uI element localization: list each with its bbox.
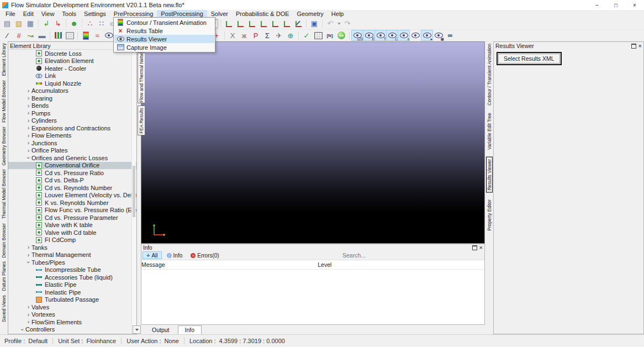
eye-temperatures[interactable]: T <box>375 30 386 40</box>
tree-expander-icon[interactable] <box>25 110 31 116</box>
tree-expander-icon[interactable] <box>25 312 31 318</box>
tree-expander-icon[interactable] <box>25 252 31 258</box>
tree-item[interactable]: Incompressible Tube <box>8 266 136 274</box>
eye-all[interactable] <box>410 30 421 40</box>
tree-item[interactable]: Accumulators <box>8 87 136 95</box>
tree-expander-icon[interactable] <box>25 103 31 109</box>
tree-item[interactable]: Flow Func vs. Pressure Ratio (Ejector Ar… <box>8 207 136 214</box>
scatter-nodes[interactable]: ∴ <box>85 19 96 29</box>
view-xy[interactable] <box>258 19 269 29</box>
menubar-item[interactable]: PostProcessing <box>157 10 207 18</box>
tree-item[interactable]: Tanks <box>8 244 136 251</box>
viewport-tab-fea-results[interactable]: FEA Results <box>138 106 145 135</box>
left-panel-tab[interactable]: Geometry Browser <box>1 127 7 166</box>
left-panel-tab[interactable]: Element Library <box>1 43 7 76</box>
info-search-input[interactable] <box>341 251 410 259</box>
import-model[interactable]: ↲ <box>41 19 52 29</box>
tree-expander-icon[interactable] <box>25 95 31 101</box>
show-results-eye[interactable] <box>103 30 114 40</box>
tree-item[interactable]: Tubes/Pipes <box>8 259 136 266</box>
menubar-item[interactable]: Settings <box>80 10 110 18</box>
search-binoculars[interactable]: ∞ <box>445 30 456 40</box>
info-column-header[interactable]: Level <box>165 260 484 269</box>
link-element[interactable]: ∕ <box>2 30 13 40</box>
dock-tab[interactable]: Info <box>178 325 202 334</box>
chart-results[interactable] <box>52 30 64 40</box>
contour-legend[interactable] <box>80 30 91 40</box>
float-panel-icon[interactable] <box>472 245 477 250</box>
eye-elevations[interactable]: E <box>363 30 374 40</box>
info-filter-chip[interactable]: Errors(0) <box>187 251 222 259</box>
undo-history[interactable] <box>336 19 341 29</box>
export-model[interactable]: ↳ <box>52 19 64 29</box>
menubar-item[interactable]: File <box>2 10 19 18</box>
menubar-item[interactable]: Probabilistic & DOE <box>232 10 293 18</box>
tree-expander-icon[interactable] <box>19 327 25 333</box>
tree-expander-icon[interactable] <box>25 140 31 146</box>
tree-item[interactable]: Elevation Element <box>8 57 136 65</box>
redo[interactable]: ↷ <box>342 19 353 29</box>
menubar-item[interactable]: Help <box>328 10 348 18</box>
tree-item[interactable]: Pumps <box>8 109 136 117</box>
node-numbering[interactable]: # <box>13 30 24 40</box>
maximize-button[interactable]: □ <box>606 0 625 10</box>
info-filter-chip[interactable]: All <box>142 251 162 259</box>
tube-element[interactable]: ▬ <box>36 30 47 40</box>
tree-scrollbar-thumb[interactable] <box>133 166 135 217</box>
tree-item[interactable]: Thermal Management <box>8 251 136 259</box>
view-zy[interactable] <box>281 19 292 29</box>
tree-expander-icon[interactable] <box>25 259 31 265</box>
view-xz[interactable] <box>270 19 281 29</box>
close-panel-icon[interactable]: × <box>479 245 483 251</box>
property-calculator[interactable] <box>313 30 324 40</box>
tree-expander-icon[interactable] <box>25 125 31 131</box>
tree-item[interactable]: Valve with Cd table <box>8 229 136 236</box>
close-button[interactable]: × <box>625 0 644 10</box>
info-filter-chip[interactable]: Info <box>163 251 186 259</box>
view-iso[interactable] <box>293 19 304 29</box>
tree-scrollbar[interactable] <box>131 50 136 333</box>
probe-tool[interactable]: ⊕ <box>285 30 296 40</box>
aircraft-engine-mode[interactable]: ✈ <box>273 30 284 40</box>
menubar-item[interactable]: Edit <box>19 10 38 18</box>
tree-expander-icon[interactable] <box>25 155 31 161</box>
menubar-item[interactable]: PreProcessing <box>110 10 157 18</box>
float-panel-icon[interactable] <box>631 44 636 49</box>
run-solver[interactable]: RUN <box>336 30 347 40</box>
info-column-header[interactable]: Message <box>141 260 165 269</box>
tree-item[interactable]: Heater - Cooler <box>8 65 136 72</box>
tree-item[interactable]: Cd vs. Delta-P <box>8 177 136 185</box>
tree-item[interactable]: Elastic Pipe <box>8 281 136 289</box>
tree-item[interactable]: Orifices and Generic Losses <box>8 154 136 162</box>
tree-item[interactable]: Liquid Nozzle <box>8 80 136 87</box>
tree-expander-icon[interactable] <box>25 88 31 94</box>
menubar-item[interactable]: View <box>38 10 59 18</box>
tree-item[interactable]: Cd vs. Pressure Ratio <box>8 169 136 177</box>
minimize-button[interactable]: − <box>588 0 606 10</box>
menubar-item[interactable]: Tools <box>58 10 80 18</box>
tree-item[interactable]: Cd vs. Reynolds Number <box>8 184 136 192</box>
tree-item[interactable]: Flow Elements <box>8 132 136 140</box>
eye-grid[interactable]: ▦ <box>433 30 444 40</box>
transient-tool[interactable]: X <box>227 30 238 40</box>
left-panel-tab[interactable]: Thermal Model Browser <box>1 169 7 219</box>
right-panel-tab[interactable]: Results Viewer <box>486 157 493 193</box>
transform-nodes[interactable]: ∷ <box>96 19 107 29</box>
tree-item[interactable]: FI CdComp <box>8 236 136 244</box>
view-zx[interactable] <box>235 19 246 29</box>
tree-item[interactable]: Conventional Orifice <box>8 162 136 170</box>
summation-tool[interactable]: Σ <box>262 30 273 40</box>
tree-item[interactable]: Accessories Tube (liquid) <box>8 274 136 281</box>
undo[interactable]: ↶ <box>325 19 336 29</box>
view-yx[interactable] <box>223 19 234 29</box>
viewport-tab-flow-thermal-network[interactable]: Flow and Thermal Netw <box>138 52 145 103</box>
menu-item[interactable]: Capture Image <box>114 43 214 51</box>
right-panel-tab[interactable]: Contour / Transient Animation <box>487 44 492 106</box>
tree-expander-icon[interactable] <box>25 244 31 250</box>
user-profile[interactable]: ☻ <box>68 19 80 29</box>
tree-item[interactable]: K vs. Reynolds Number <box>8 199 136 207</box>
eye-pointer[interactable]: ▸ <box>421 30 432 40</box>
select-results-xml-button[interactable]: Select Results XML <box>498 54 560 64</box>
resistance-element[interactable]: ↝ <box>25 30 36 40</box>
dock-tab-dropdown-icon[interactable] <box>133 325 141 334</box>
